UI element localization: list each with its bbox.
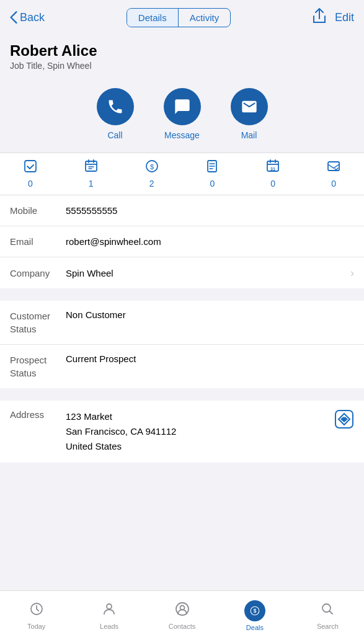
customer-status-value: Non Customer [66, 309, 354, 320]
company-chevron-icon: › [350, 267, 354, 280]
contact-info: Robert Alice Job Title, Spin Wheel [0, 32, 364, 76]
leads-icon [102, 602, 117, 620]
email-value[interactable]: robert@spinwheel.com [66, 236, 354, 247]
message-button[interactable]: Message [164, 88, 201, 140]
email-label: Email [10, 236, 66, 247]
stat-notes-count: 1 [89, 179, 94, 189]
stat-deals-count: 2 [149, 179, 154, 189]
stats-bar: 0 1 $ 2 0 [0, 153, 364, 195]
stat-emails[interactable]: 0 [327, 159, 340, 189]
stat-emails-count: 0 [331, 179, 336, 189]
mail-icon-circle [231, 88, 268, 125]
address-section: Address 123 Market San Francisco, CA 941… [0, 401, 364, 463]
segment-control: Details Activity [127, 8, 231, 27]
stat-appointments[interactable]: 31 0 [266, 159, 280, 189]
tab-details[interactable]: Details [127, 9, 179, 27]
leads-label: Leads [100, 623, 118, 630]
svg-rect-7 [328, 162, 339, 171]
mail-label: Mail [241, 130, 257, 140]
address-value[interactable]: 123 Market San Francisco, CA 941112 Unit… [66, 409, 334, 454]
call-button[interactable]: Call [97, 88, 134, 140]
svg-point-13 [107, 604, 112, 609]
deals-active-circle: $ [244, 600, 265, 621]
status-section: CustomerStatus Non Customer ProspectStat… [0, 301, 364, 388]
contacts-icon [175, 602, 190, 620]
calendar-31-icon: 31 [266, 159, 280, 176]
stat-tasks-count: 0 [28, 179, 33, 189]
back-button[interactable]: Back [10, 11, 45, 24]
stat-notes[interactable]: 1 [84, 159, 98, 189]
dollar-icon: $ [145, 159, 159, 176]
tab-activity[interactable]: Activity [179, 9, 231, 27]
address-row: Address 123 Market San Francisco, CA 941… [0, 401, 364, 463]
section-gap-1 [0, 288, 364, 301]
svg-text:31: 31 [270, 167, 275, 171]
mail-button[interactable]: Mail [231, 88, 268, 140]
svg-rect-1 [86, 161, 97, 171]
customer-status-row: CustomerStatus Non Customer [0, 301, 364, 345]
edit-button[interactable]: Edit [335, 11, 354, 24]
company-label: Company [10, 268, 66, 278]
svg-text:$: $ [150, 163, 154, 171]
call-label: Call [107, 130, 122, 140]
action-buttons: Call Message Mail [0, 76, 364, 153]
message-icon-circle [164, 88, 201, 125]
prospect-status-label: ProspectStatus [10, 353, 66, 380]
svg-text:$: $ [254, 608, 257, 614]
call-icon-circle [97, 88, 134, 125]
header-right: Edit [313, 7, 354, 27]
customer-status-label: CustomerStatus [10, 309, 66, 335]
search-label: Search [317, 623, 339, 630]
company-row[interactable]: Company Spin Wheel › [0, 257, 364, 288]
tab-bar: Today Leads Contacts $ Deals [0, 590, 364, 635]
svg-rect-0 [25, 161, 36, 172]
address-label: Address [10, 409, 66, 420]
stat-docs[interactable]: 0 [205, 159, 219, 189]
tab-contacts[interactable]: Contacts [146, 597, 218, 630]
prospect-status-value: Current Prospect [66, 353, 354, 364]
deals-label: Deals [246, 624, 264, 631]
message-label: Message [164, 130, 200, 140]
share-icon[interactable] [313, 7, 326, 27]
today-icon [29, 602, 44, 620]
svg-point-15 [176, 603, 189, 615]
address-line2: San Francisco, CA 941112 [66, 426, 176, 437]
contact-details-section: Mobile 5555555555 Email robert@spinwheel… [0, 195, 364, 288]
tab-leads[interactable]: Leads [73, 597, 145, 630]
stat-docs-count: 0 [210, 179, 215, 189]
back-label: Back [20, 11, 45, 24]
mobile-row: Mobile 5555555555 [0, 195, 364, 226]
address-line1: 123 Market [66, 411, 112, 422]
company-value: Spin Wheel [66, 268, 350, 278]
navigation-icon[interactable] [334, 409, 354, 433]
stat-tasks[interactable]: 0 [24, 159, 37, 189]
header: Back Details Activity Edit [0, 0, 364, 32]
mobile-label: Mobile [10, 205, 66, 216]
document-icon [205, 159, 219, 176]
address-line3: United States [66, 441, 122, 451]
email-row: Email robert@spinwheel.com [0, 226, 364, 257]
tab-deals[interactable]: $ Deals [218, 595, 291, 631]
calendar-note-icon [84, 159, 98, 176]
today-label: Today [27, 623, 45, 630]
contact-name: Robert Alice [10, 42, 354, 60]
section-gap-2 [0, 388, 364, 401]
envelope-check-icon [327, 159, 340, 176]
stat-appointments-count: 0 [270, 179, 275, 189]
check-icon [24, 159, 37, 176]
prospect-status-row: ProspectStatus Current Prospect [0, 345, 364, 388]
mobile-value[interactable]: 5555555555 [66, 205, 354, 216]
contacts-label: Contacts [169, 623, 195, 630]
tab-search[interactable]: Search [291, 597, 364, 630]
contact-subtitle: Job Title, Spin Wheel [10, 61, 354, 71]
tab-today[interactable]: Today [0, 597, 73, 630]
search-icon [320, 602, 335, 620]
stat-deals[interactable]: $ 2 [145, 159, 159, 189]
